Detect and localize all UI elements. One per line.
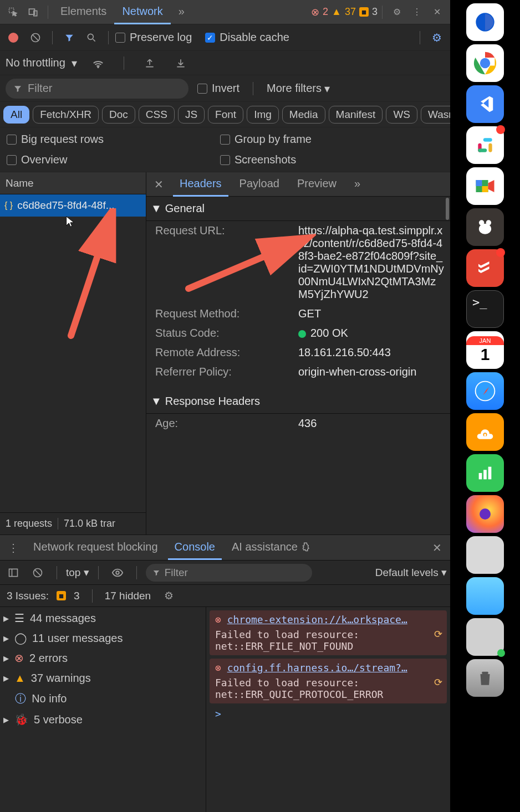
main-tabs-bar: Elements Network » ⊗2 ▲37 ■3 ⚙ ⋮ ✕ xyxy=(0,0,450,24)
filter-toggle-icon[interactable] xyxy=(59,28,79,48)
issues-hidden[interactable]: 17 hidden xyxy=(105,590,151,602)
chip-fetch[interactable]: Fetch/XHR xyxy=(33,106,99,124)
name-column-header[interactable]: Name xyxy=(0,172,146,194)
value-status: 200 OK xyxy=(298,327,445,340)
search-icon[interactable] xyxy=(81,28,101,48)
drawer-close-icon[interactable]: ✕ xyxy=(427,538,447,558)
close-details-icon[interactable]: ✕ xyxy=(149,174,169,194)
dock-app-calendar[interactable]: JAN1 xyxy=(466,331,504,369)
dock-app-firefox[interactable] xyxy=(466,495,504,533)
dock-app-mail[interactable] xyxy=(466,618,504,656)
more-filters-dropdown[interactable]: More filters ▾ xyxy=(267,82,330,95)
dock-app-trash[interactable] xyxy=(466,659,504,697)
summary-user-messages[interactable]: ▸ ◯ 11 user messages xyxy=(3,631,202,645)
tab-more[interactable]: » xyxy=(348,172,367,197)
overview-toggle[interactable]: Overview xyxy=(7,153,104,166)
type-filter-chips: All Fetch/XHR Doc CSS JS Font Img Media … xyxy=(0,102,450,127)
context-select[interactable]: top ▾ xyxy=(66,566,89,579)
value-age: 436 xyxy=(298,417,445,430)
tab-network[interactable]: Network xyxy=(114,0,170,24)
drawer-kebab-icon[interactable]: ⋮ xyxy=(3,538,23,558)
tab-headers[interactable]: Headers xyxy=(173,172,228,197)
bug-icon: 🐞 xyxy=(14,713,28,726)
summary-verbose[interactable]: ▸ 🐞 5 verbose xyxy=(3,713,202,726)
dock-app-aws[interactable] xyxy=(466,413,504,451)
gear-icon[interactable]: ⚙ xyxy=(387,2,407,22)
chip-wasm[interactable]: Wasm xyxy=(421,106,450,124)
summary-info[interactable]: ⓘ No info xyxy=(3,691,202,706)
close-icon[interactable]: ✕ xyxy=(427,2,447,22)
dock-app-numbers[interactable] xyxy=(466,454,504,492)
network-settings-icon[interactable]: ⚙ xyxy=(427,28,447,48)
tab-preview[interactable]: Preview xyxy=(290,172,343,197)
clear-console-icon[interactable] xyxy=(28,563,48,583)
big-rows-toggle[interactable]: Big request rows xyxy=(7,133,104,146)
live-expression-icon[interactable] xyxy=(108,563,128,583)
tab-payload[interactable]: Payload xyxy=(233,172,286,197)
tab-console[interactable]: Console xyxy=(168,536,222,560)
kebab-icon[interactable]: ⋮ xyxy=(407,2,427,22)
chip-media[interactable]: Media xyxy=(282,106,325,124)
throttling-select[interactable]: No throttling ▾ xyxy=(6,56,77,70)
invert-toggle[interactable]: Invert xyxy=(197,82,239,95)
screenshots-toggle[interactable]: Screenshots xyxy=(220,153,312,166)
chip-img[interactable]: Img xyxy=(247,106,279,124)
scrollbar-thumb[interactable] xyxy=(446,198,449,220)
console-error-item[interactable]: ⊗ config.ff.harness.io…/stream?… ⟳ Faile… xyxy=(210,659,447,703)
issues-bar: 3 Issues: ■ 3 17 hidden ⚙ xyxy=(0,585,450,607)
levels-select[interactable]: Default levels ▾ xyxy=(375,566,447,579)
chip-ws[interactable]: WS xyxy=(386,106,417,124)
label-method: Request Method: xyxy=(155,307,298,320)
device-toggle-icon[interactable] xyxy=(23,2,43,22)
error-source-link[interactable]: config.ff.harness.io…/stream?… xyxy=(227,662,407,674)
dock-app-meet[interactable] xyxy=(466,167,504,205)
summary-errors[interactable]: ▸ ⊗ 2 errors xyxy=(3,651,202,665)
dock-app-slack[interactable] xyxy=(466,126,504,164)
dock-app-safari[interactable] xyxy=(466,372,504,410)
section-general[interactable]: ▼ General xyxy=(146,197,450,221)
tab-request-blocking[interactable]: Network request blocking xyxy=(27,536,165,560)
summary-messages[interactable]: ▸ ☰ 44 messages xyxy=(3,611,202,625)
dock-app-bear[interactable] xyxy=(466,208,504,246)
value-referrer: origin-when-cross-origin xyxy=(298,366,445,378)
filter-input[interactable]: Filter xyxy=(6,79,188,99)
dock-app-finder[interactable] xyxy=(466,577,504,615)
chip-css[interactable]: CSS xyxy=(139,106,175,124)
request-row[interactable]: { } c6d8ed75-8fd4-48f... xyxy=(0,194,146,217)
chip-doc[interactable]: Doc xyxy=(102,106,135,124)
inspect-icon[interactable] xyxy=(3,2,23,22)
preserve-log-toggle[interactable]: Preserve log xyxy=(115,31,192,44)
group-by-frame-toggle[interactable]: Group by frame xyxy=(220,133,312,146)
record-button[interactable] xyxy=(3,28,23,48)
console-prompt[interactable]: > xyxy=(210,707,447,721)
chip-manifest[interactable]: Manifest xyxy=(329,106,383,124)
chip-js[interactable]: JS xyxy=(178,106,205,124)
console-filter-input[interactable]: Filter xyxy=(146,564,312,582)
dock-app-edge[interactable] xyxy=(466,3,504,41)
dock-app-notes[interactable] xyxy=(466,536,504,574)
dock-app-todoist[interactable] xyxy=(466,249,504,287)
tab-elements[interactable]: Elements xyxy=(53,0,114,24)
console-error-item[interactable]: ⊗ chrome-extension://k…orkspace… ⟳ Faile… xyxy=(210,610,447,655)
chip-font[interactable]: Font xyxy=(208,106,243,124)
disable-cache-toggle[interactable]: ✓Disable cache xyxy=(205,31,289,44)
status-counts[interactable]: ⊗2 ▲37 ■3 xyxy=(311,6,378,18)
section-response-headers[interactable]: ▼ Response Headers xyxy=(146,389,450,414)
upload-icon[interactable] xyxy=(140,53,160,73)
issues-settings-icon[interactable]: ⚙ xyxy=(159,586,179,606)
dock-app-terminal[interactable]: >_ xyxy=(466,290,504,328)
network-conditions-icon[interactable] xyxy=(88,53,108,73)
clear-icon[interactable] xyxy=(26,28,45,48)
console-messages: ⊗ chrome-extension://k…orkspace… ⟳ Faile… xyxy=(206,607,450,812)
error-source-link[interactable]: chrome-extension://k…orkspace… xyxy=(227,614,407,625)
label-status: Status Code: xyxy=(155,327,298,340)
dock-app-chrome[interactable] xyxy=(466,44,504,82)
devtools-panel: Elements Network » ⊗2 ▲37 ■3 ⚙ ⋮ ✕ Prese… xyxy=(0,0,450,812)
chip-all[interactable]: All xyxy=(3,106,29,124)
tab-ai-assistance[interactable]: AI assistance xyxy=(225,536,318,560)
summary-warnings[interactable]: ▸ ▲ 37 warnings xyxy=(3,671,202,685)
sidebar-toggle-icon[interactable] xyxy=(3,563,23,583)
tab-more[interactable]: » xyxy=(171,0,192,24)
dock-app-vscode[interactable] xyxy=(466,85,504,123)
download-icon[interactable] xyxy=(171,53,191,73)
